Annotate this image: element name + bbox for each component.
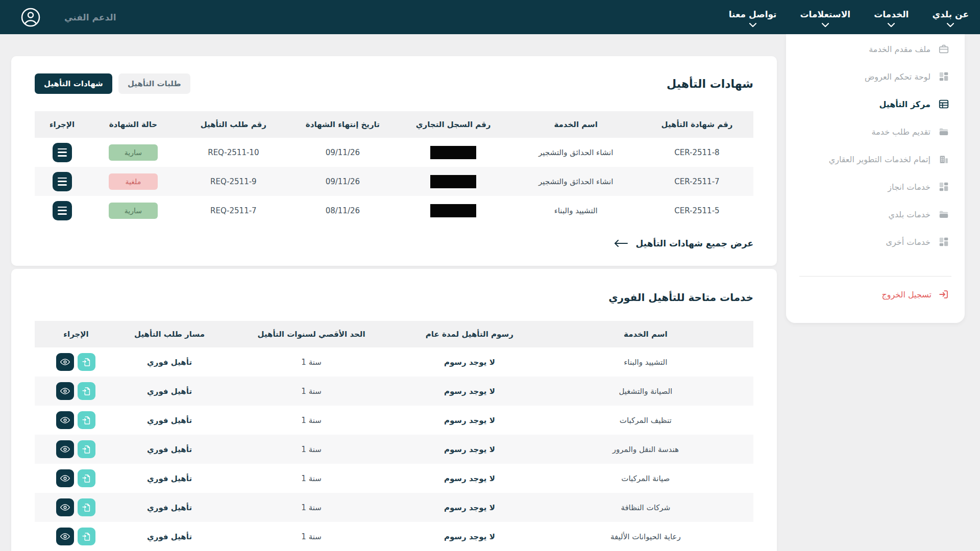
services-table-header-row: اسم الخدمة رسوم التأهيل لمدة عام الحد ال… — [35, 321, 753, 347]
page: { "navbar": { "items": [ { "label": "عن … — [0, 0, 980, 551]
apply-instant-qualification-button[interactable] — [78, 382, 95, 400]
nav-item-inquiries[interactable]: الاستعلامات — [800, 0, 851, 34]
col-header-annual-fees: رسوم التأهيل لمدة عام — [401, 321, 538, 347]
request-no: REQ-2511-9 — [177, 167, 290, 196]
apply-instant-qualification-button[interactable] — [78, 528, 95, 545]
status-badge: سارية — [109, 203, 158, 219]
row-actions — [35, 347, 117, 377]
nav-item-about-balady[interactable]: عن بلدي — [932, 0, 969, 34]
service-name: انشاء الحدائق والتشجير — [511, 167, 641, 196]
certificate-status: ملغية — [89, 167, 177, 196]
table-row: CER-2511-5 التشييد والبناء 08/11/26 REQ-… — [35, 196, 753, 225]
table-row: شركات النظافة لا يوجد رسوم 1 سنة تأهيل ف… — [35, 493, 753, 522]
table-row: هندسة النقل والمرور لا يوجد رسوم 1 سنة ت… — [35, 435, 753, 464]
certificate-no: CER-2511-7 — [641, 167, 753, 196]
service-request-path: تأهيل فوري — [117, 493, 222, 522]
row-menu-button[interactable] — [53, 143, 72, 162]
view-service-button[interactable] — [56, 411, 74, 429]
status-badge: سارية — [109, 144, 158, 161]
top-navbar: عن بلدي الخدمات الاستعلامات تواصل معنا ا… — [0, 0, 980, 34]
expiry-date: 08/11/26 — [290, 196, 396, 225]
status-badge: ملغية — [109, 173, 158, 190]
col-header-service-name: اسم الخدمة — [511, 111, 641, 138]
logout-label: تسجيل الخروج — [881, 290, 932, 299]
row-menu-button[interactable] — [53, 201, 72, 220]
apply-instant-qualification-button[interactable] — [78, 498, 95, 516]
redaction-box — [430, 204, 476, 217]
certificates-table: رقم شهادة التأهيل اسم الخدمة رقم السجل ا… — [35, 111, 753, 225]
table-row: تنظيف المركبات لا يوجد رسوم 1 سنة تأهيل … — [35, 406, 753, 435]
request-no: REQ-2511-7 — [177, 196, 290, 225]
certificates-table-header-row: رقم شهادة التأهيل اسم الخدمة رقم السجل ا… — [35, 111, 753, 138]
row-menu-button[interactable] — [53, 172, 72, 191]
col-header-certificate-no: رقم شهادة التأهيل — [641, 111, 753, 138]
user-avatar-icon[interactable] — [20, 7, 41, 28]
certificates-card-header: شهادات التأهيل طلبات التأهيل شهادات التأ… — [35, 73, 753, 94]
col-header-action: الإجراء — [35, 321, 117, 347]
sidebar-item-other-services[interactable]: خدمات أخرى — [786, 228, 965, 256]
view-service-button[interactable] — [56, 353, 74, 371]
apply-instant-qualification-button[interactable] — [78, 440, 95, 458]
service-request-path: تأهيل فوري — [117, 464, 222, 493]
eye-icon — [60, 386, 70, 396]
view-service-button[interactable] — [56, 528, 74, 545]
table-row: صيانة المركبات لا يوجد رسوم 1 سنة تأهيل … — [35, 464, 753, 493]
row-actions — [35, 406, 117, 435]
view-all-certificates-link[interactable]: عرض جميع شهادات التأهيل — [614, 238, 753, 248]
col-header-expiry-date: تاريخ إنتهاء الشهادة — [290, 111, 396, 138]
sidebar-item-enjaz-services[interactable]: خدمات انجاز — [786, 173, 965, 201]
request-no: REQ-2511-10 — [177, 138, 290, 167]
main-content: شهادات التأهيل طلبات التأهيل شهادات التأ… — [11, 56, 777, 551]
sidebar-item-provider-profile[interactable]: ملف مقدم الخدمة — [786, 35, 965, 63]
logout-icon — [938, 289, 949, 300]
row-actions — [35, 377, 117, 406]
arrow-left-icon — [614, 240, 628, 247]
view-service-button[interactable] — [56, 469, 74, 487]
certificate-status: سارية — [89, 138, 177, 167]
apply-instant-qualification-button[interactable] — [78, 411, 95, 429]
service-name: التشييد والبناء — [511, 196, 641, 225]
sidebar-item-etmam-real-estate[interactable]: إتمام لخدمات التطوير العقاري — [786, 145, 965, 173]
tab-qualification-requests[interactable]: طلبات التأهيل — [118, 73, 190, 94]
service-fees: لا يوجد رسوم — [401, 377, 538, 406]
sidebar-item-label: خدمات انجاز — [888, 182, 930, 192]
dashboard-icon — [938, 181, 949, 192]
view-service-button[interactable] — [56, 440, 74, 458]
row-actions — [35, 464, 117, 493]
row-actions — [35, 435, 117, 464]
service-request-path: تأهيل فوري — [117, 347, 222, 377]
sidebar-item-label: خدمات أخرى — [886, 237, 930, 247]
apply-instant-qualification-button[interactable] — [78, 353, 95, 371]
view-service-button[interactable] — [56, 382, 74, 400]
col-header-max-years: الحد الأقصي لسنوات التأهيل — [222, 321, 401, 347]
service-name: هندسة النقل والمرور — [538, 435, 753, 464]
sidebar-item-submit-service-request[interactable]: تقديم طلب خدمة — [786, 118, 965, 145]
certificate-status: سارية — [89, 196, 177, 225]
nav-item-services[interactable]: الخدمات — [874, 0, 909, 34]
table-row: CER-2511-7 انشاء الحدائق والتشجير 09/11/… — [35, 167, 753, 196]
view-service-button[interactable] — [56, 498, 74, 516]
dashboard-icon — [938, 71, 949, 82]
tab-qualification-certificates[interactable]: شهادات التأهيل — [35, 73, 112, 94]
service-fees: لا يوجد رسوم — [401, 493, 538, 522]
sidebar-item-offers-dashboard[interactable]: لوحة تحكم العروض — [786, 63, 965, 90]
sidebar-item-qualification-center[interactable]: مركز التأهيل — [786, 90, 965, 118]
briefcase-icon — [938, 43, 949, 55]
service-request-path: تأهيل فوري — [117, 435, 222, 464]
service-fees: لا يوجد رسوم — [401, 406, 538, 435]
redaction-box — [430, 146, 476, 159]
eye-icon — [60, 531, 70, 542]
service-max-years: 1 سنة — [222, 377, 401, 406]
service-name: رعاية الحيوانات الأليفة — [538, 522, 753, 551]
chevron-down-icon — [888, 23, 895, 27]
instant-services-table: اسم الخدمة رسوم التأهيل لمدة عام الحد ال… — [35, 321, 753, 551]
service-request-path: تأهيل فوري — [117, 406, 222, 435]
folder-icon — [938, 209, 949, 220]
apply-instant-qualification-button[interactable] — [78, 469, 95, 487]
logout-button[interactable]: تسجيل الخروج — [786, 277, 965, 312]
service-fees: لا يوجد رسوم — [401, 347, 538, 377]
sidebar-item-balady-services[interactable]: خدمات بلدي — [786, 201, 965, 228]
technical-support-link[interactable]: الدعم الفني — [64, 12, 116, 22]
chevron-down-icon — [749, 23, 756, 27]
nav-item-contact-us[interactable]: تواصل معنا — [729, 0, 777, 34]
